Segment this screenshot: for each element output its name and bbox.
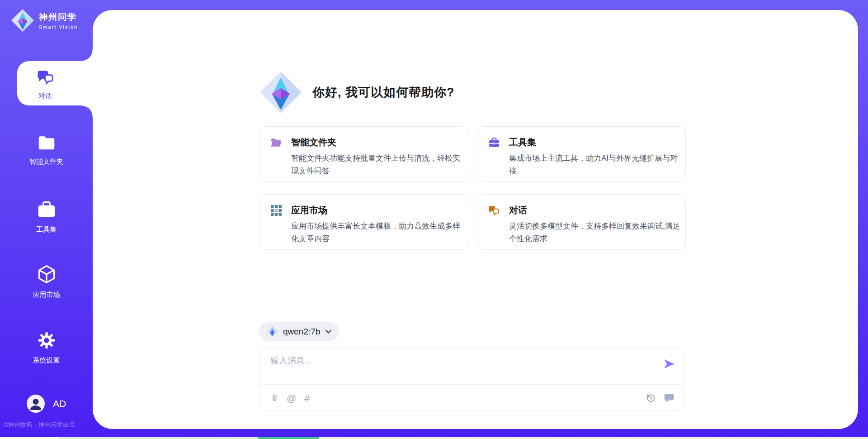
folder-icon	[37, 133, 57, 151]
send-icon	[663, 358, 675, 370]
message-input[interactable]	[270, 355, 655, 381]
card-description: 应用市场提供丰富长文本模板，助力高效生成多样化文章内容	[291, 220, 464, 245]
paperclip-icon	[270, 392, 278, 403]
card-description: 智能文件夹功能支持批量文件上传与清洗，轻松实现文件问答	[291, 152, 464, 177]
composer-divider	[259, 384, 684, 385]
sidebar-item-app-market[interactable]: 应用市场	[0, 264, 93, 299]
card-title: 应用市场	[291, 204, 327, 216]
message-composer: @ #	[259, 348, 684, 411]
sidebar: 神州问学 Smart Vision 智能文件夹 工具集 应用市场	[0, 0, 93, 439]
send-button[interactable]	[663, 358, 675, 370]
briefcase-icon	[37, 200, 57, 219]
apps-grid-icon	[270, 205, 282, 216]
card-description: 集成市场上主流工具，助力AI与外界无缝扩展与对接	[509, 152, 682, 177]
sidebar-item-smart-folder[interactable]: 智能文件夹	[0, 133, 93, 166]
chat-icon	[488, 205, 500, 216]
app-logo: 神州问学 Smart Vision	[11, 8, 78, 33]
sidebar-item-settings[interactable]: 系统设置	[0, 331, 93, 365]
sidebar-item-toolset[interactable]: 工具集	[0, 200, 93, 234]
briefcase-icon	[488, 137, 500, 148]
card-title: 工具集	[509, 136, 536, 148]
history-button[interactable]	[646, 393, 656, 403]
mention-button[interactable]: @	[287, 393, 296, 403]
composer-toolbar: @ #	[270, 389, 675, 406]
feature-cards: 智能文件夹 智能文件夹功能支持批量文件上传与清洗，轻松实现文件问答 工具集 集成…	[259, 126, 686, 250]
card-title: 对话	[509, 204, 527, 216]
card-chat[interactable]: 对话 灵活切换多模型文件，支持多样回复效果调试,满足个性化需求	[477, 194, 686, 250]
user-name: AD	[53, 398, 66, 409]
sidebar-item-label: 智能文件夹	[0, 157, 93, 166]
brand-diamond-icon	[266, 325, 278, 338]
copyright-footer: ©神州数码 · 神州问学出品	[4, 421, 92, 429]
folder-icon	[270, 137, 282, 148]
card-smart-folder[interactable]: 智能文件夹 智能文件夹功能支持批量文件上传与清洗，轻松实现文件问答	[259, 126, 468, 182]
hash-button[interactable]: #	[304, 393, 310, 403]
card-app-market[interactable]: 应用市场 应用市场提供丰富长文本模板，助力高效生成多样化文章内容	[259, 194, 468, 250]
greeting: 你好, 我可以如何帮助你?	[259, 70, 455, 115]
page-bottom-edge	[0, 437, 868, 439]
model-selector[interactable]: qwen2:7b	[259, 322, 339, 341]
brand-name: 神州问学	[39, 11, 78, 23]
attachment-button[interactable]	[270, 392, 278, 403]
sidebar-item-label: 应用市场	[0, 291, 93, 299]
chat-bubble-icon	[664, 392, 675, 403]
sidebar-item-label: 工具集	[0, 225, 93, 234]
cube-icon	[37, 264, 57, 284]
greeting-title: 你好, 我可以如何帮助你?	[312, 84, 455, 100]
history-icon	[646, 393, 656, 403]
card-toolset[interactable]: 工具集 集成市场上主流工具，助力AI与外界无缝扩展与对接	[477, 126, 686, 182]
chat-log-button[interactable]	[664, 392, 675, 403]
bottom-edge-segment	[258, 437, 319, 439]
user-account[interactable]: AD	[0, 395, 93, 413]
model-name: qwen2:7b	[283, 327, 320, 337]
brand-diamond-icon	[259, 70, 302, 115]
gear-icon	[37, 331, 56, 350]
chevron-down-icon	[325, 329, 332, 334]
avatar	[27, 395, 45, 413]
card-title: 智能文件夹	[291, 136, 336, 148]
brand-diamond-icon	[11, 8, 34, 33]
sidebar-item-label: 系统设置	[0, 356, 93, 365]
brand-subtitle: Smart Vision	[39, 24, 78, 30]
card-description: 灵活切换多模型文件，支持多样回复效果调试,满足个性化需求	[509, 220, 682, 245]
